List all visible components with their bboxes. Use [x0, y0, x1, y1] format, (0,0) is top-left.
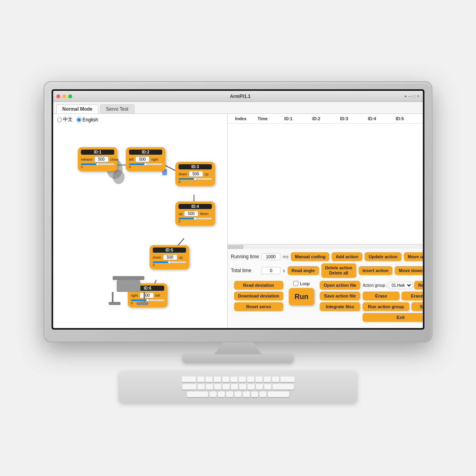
- kb-key-n[interactable]: [251, 392, 258, 397]
- kb-key-i[interactable]: [255, 376, 263, 382]
- servo-2-slider[interactable]: [129, 163, 162, 165]
- col-header-id6: ID:6: [414, 116, 423, 121]
- loop-row: Loop: [293, 281, 309, 286]
- servo-node-4: ID:4 up down: [175, 202, 215, 226]
- erase-all-button[interactable]: Erase all: [401, 292, 423, 300]
- kb-key-f[interactable]: [223, 384, 230, 390]
- kb-key-r[interactable]: [222, 376, 229, 382]
- run-stop-row: Run action group Stop: [363, 302, 423, 311]
- kb-key-d[interactable]: [214, 384, 221, 390]
- kb-key-t[interactable]: [230, 376, 238, 382]
- chinese-label: 中文: [63, 116, 73, 123]
- col-header-id3: ID:3: [330, 116, 358, 121]
- move-down-button[interactable]: Move down: [395, 266, 423, 275]
- radio-english[interactable]: English: [77, 117, 98, 123]
- kb-key-b[interactable]: [243, 392, 250, 397]
- servo-1-slider-row: 0: [81, 163, 114, 169]
- servo-5-slider-row: 0: [153, 261, 186, 267]
- open-action-file-button[interactable]: Open action file: [320, 281, 361, 290]
- running-time-input[interactable]: [261, 253, 280, 260]
- servo-4-slider[interactable]: [178, 218, 212, 219]
- kb-key-v[interactable]: [234, 392, 242, 397]
- tab-normal-mode[interactable]: Normal Mode: [56, 104, 98, 113]
- exit-button[interactable]: Exit: [363, 313, 423, 322]
- delete-all-line2: Delete all: [329, 271, 348, 275]
- kb-key-g[interactable]: [231, 384, 238, 390]
- kb-key-w[interactable]: [205, 376, 213, 382]
- language-select: 中文 English: [53, 114, 227, 125]
- kb-key-z[interactable]: [209, 392, 217, 397]
- reset-servo-button[interactable]: Reset servo: [234, 302, 283, 311]
- maximize-window-icon[interactable]: [68, 94, 72, 98]
- servo-3-slider[interactable]: [178, 178, 212, 180]
- integrate-files-button[interactable]: Integrate files: [320, 302, 361, 311]
- kb-key-tab[interactable]: [182, 376, 196, 382]
- kb-key-back[interactable]: [280, 376, 295, 382]
- stop-button[interactable]: Stop: [411, 302, 423, 311]
- run-button[interactable]: Run: [289, 288, 314, 305]
- total-time-unit: s: [283, 268, 285, 273]
- radio-chinese[interactable]: 中文: [57, 116, 73, 123]
- svg-rect-9: [113, 276, 144, 280]
- servo-5-slider[interactable]: [153, 261, 186, 263]
- kb-key-enter[interactable]: [273, 384, 294, 390]
- kb-key-u[interactable]: [247, 376, 254, 382]
- add-action-button[interactable]: Add action: [332, 252, 362, 261]
- kb-key-l[interactable]: [264, 384, 271, 390]
- servo-4-input[interactable]: [184, 211, 198, 217]
- kb-key-h[interactable]: [239, 384, 246, 390]
- kb-key-shift-l[interactable]: [187, 392, 208, 397]
- loop-label: Loop: [300, 281, 309, 286]
- close-window-icon[interactable]: [56, 94, 60, 98]
- table-scroll-bar[interactable]: [228, 244, 423, 249]
- action-group-select[interactable]: 01.Hwk: [389, 282, 413, 289]
- servo-2-left-label: left: [129, 157, 134, 161]
- table-area[interactable]: [228, 124, 423, 244]
- insert-action-button[interactable]: Insert action: [359, 266, 392, 275]
- total-time-input[interactable]: [261, 267, 280, 274]
- kb-key-caps[interactable]: [182, 384, 196, 390]
- read-deviation-button[interactable]: Read deviation: [234, 281, 283, 290]
- kb-key-a[interactable]: [198, 384, 205, 390]
- kb-key-shift-r[interactable]: [268, 392, 289, 397]
- servo-5-input[interactable]: [163, 254, 177, 260]
- servo-1-controls: release close: [81, 156, 114, 162]
- read-angle-button[interactable]: Read angle: [288, 266, 319, 275]
- servo-1-slider[interactable]: [81, 163, 114, 165]
- total-time-label: Total time: [231, 268, 251, 273]
- manual-coding-button[interactable]: Manual coding: [291, 252, 329, 261]
- servo-3-input[interactable]: [189, 171, 203, 177]
- kb-key-m[interactable]: [259, 392, 267, 397]
- bottom-col-center: Loop Run: [286, 281, 317, 322]
- run-action-group-button[interactable]: Run action group: [363, 302, 409, 311]
- download-deviation-button[interactable]: Download deviation: [234, 292, 283, 300]
- keyboard-row-1: [182, 376, 295, 382]
- kb-key-e[interactable]: [214, 376, 221, 382]
- keyboard-row-2: [182, 384, 294, 390]
- tab-servo-test[interactable]: Servo Test: [100, 104, 134, 113]
- refresh-button[interactable]: Refresh: [414, 281, 423, 290]
- kb-key-x[interactable]: [218, 392, 225, 397]
- kb-key-q[interactable]: [197, 376, 204, 382]
- kb-key-c[interactable]: [226, 392, 233, 397]
- app-content: Normal Mode Servo Test 中文: [53, 102, 423, 328]
- erase-row: Erase Erase all: [363, 292, 423, 300]
- running-time-unit: ms: [283, 254, 289, 259]
- save-action-file-button[interactable]: Save action file: [320, 292, 361, 300]
- kb-key-s[interactable]: [206, 384, 213, 390]
- loop-checkbox[interactable]: [293, 281, 298, 286]
- minimize-window-icon[interactable]: [62, 94, 66, 98]
- update-action-button[interactable]: Update action: [365, 252, 401, 261]
- kb-key-p[interactable]: [272, 376, 279, 382]
- kb-key-j[interactable]: [248, 384, 255, 390]
- monitor-bezel: ArmPi1.1 ● — □ ✕ Normal Mode Servo Test: [52, 89, 424, 330]
- kb-key-o[interactable]: [264, 376, 271, 382]
- servo-4-title: ID:4: [178, 204, 212, 209]
- servo-2-input[interactable]: [135, 156, 150, 162]
- kb-key-y[interactable]: [239, 376, 246, 382]
- delete-action-button[interactable]: Delete action Delete all: [321, 263, 356, 278]
- erase-button[interactable]: Erase: [363, 292, 399, 300]
- move-up-button[interactable]: Move up: [404, 252, 423, 261]
- servo-1-input[interactable]: [94, 156, 109, 162]
- kb-key-k[interactable]: [256, 384, 263, 390]
